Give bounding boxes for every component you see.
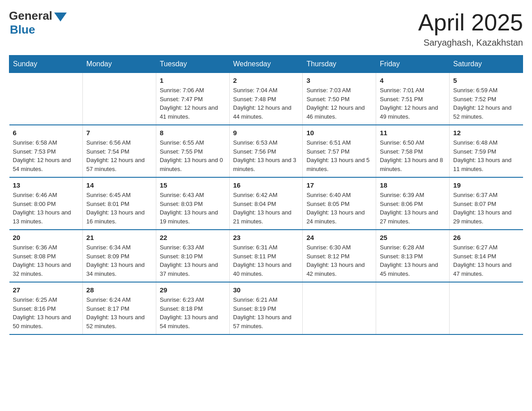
calendar-week-row: 1Sunrise: 7:06 AMSunset: 7:47 PMDaylight… xyxy=(9,73,523,125)
day-number: 1 xyxy=(160,77,226,84)
calendar-cell xyxy=(376,282,450,334)
calendar-cell xyxy=(303,282,376,334)
calendar-table: SundayMondayTuesdayWednesdayThursdayFrid… xyxy=(9,55,523,335)
day-info: Sunrise: 6:36 AMSunset: 8:08 PMDaylight:… xyxy=(13,243,79,278)
day-info: Sunrise: 6:24 AMSunset: 8:17 PMDaylight:… xyxy=(86,295,152,330)
day-info: Sunrise: 6:46 AMSunset: 8:00 PMDaylight:… xyxy=(13,191,79,226)
day-number: 10 xyxy=(306,129,372,137)
calendar-cell: 29Sunrise: 6:23 AMSunset: 8:18 PMDayligh… xyxy=(156,282,229,334)
calendar-cell: 17Sunrise: 6:40 AMSunset: 8:05 PMDayligh… xyxy=(303,177,376,230)
calendar-cell: 10Sunrise: 6:51 AMSunset: 7:57 PMDayligh… xyxy=(303,125,376,177)
day-number: 22 xyxy=(160,234,226,241)
calendar-cell: 24Sunrise: 6:30 AMSunset: 8:12 PMDayligh… xyxy=(303,230,376,282)
calendar-cell: 7Sunrise: 6:56 AMSunset: 7:54 PMDaylight… xyxy=(82,125,156,177)
day-number: 20 xyxy=(13,234,79,241)
calendar-cell: 21Sunrise: 6:34 AMSunset: 8:09 PMDayligh… xyxy=(82,230,156,282)
day-number: 4 xyxy=(380,77,446,84)
day-info: Sunrise: 6:40 AMSunset: 8:05 PMDaylight:… xyxy=(306,191,372,226)
calendar-cell: 11Sunrise: 6:50 AMSunset: 7:58 PMDayligh… xyxy=(376,125,450,177)
day-info: Sunrise: 6:58 AMSunset: 7:53 PMDaylight:… xyxy=(13,138,79,173)
day-number: 28 xyxy=(86,286,152,294)
day-number: 19 xyxy=(453,181,519,189)
day-number: 17 xyxy=(306,181,372,189)
day-number: 25 xyxy=(380,234,446,241)
day-number: 29 xyxy=(160,286,226,294)
day-number: 26 xyxy=(453,234,519,241)
weekday-header-wednesday: Wednesday xyxy=(229,56,303,73)
day-number: 6 xyxy=(13,129,79,137)
day-number: 13 xyxy=(13,181,79,189)
day-number: 7 xyxy=(86,129,152,137)
day-number: 30 xyxy=(233,286,299,294)
day-info: Sunrise: 7:03 AMSunset: 7:50 PMDaylight:… xyxy=(306,86,372,121)
calendar-cell: 4Sunrise: 7:01 AMSunset: 7:51 PMDaylight… xyxy=(376,73,450,125)
day-number: 11 xyxy=(380,129,446,137)
day-number: 24 xyxy=(306,234,372,241)
calendar-cell: 12Sunrise: 6:48 AMSunset: 7:59 PMDayligh… xyxy=(450,125,523,177)
calendar-cell: 18Sunrise: 6:39 AMSunset: 8:06 PMDayligh… xyxy=(376,177,450,230)
day-info: Sunrise: 6:37 AMSunset: 8:07 PMDaylight:… xyxy=(453,191,519,226)
calendar-cell: 27Sunrise: 6:25 AMSunset: 8:16 PMDayligh… xyxy=(9,282,83,334)
calendar-cell: 2Sunrise: 7:04 AMSunset: 7:48 PMDaylight… xyxy=(229,73,303,125)
day-info: Sunrise: 6:59 AMSunset: 7:52 PMDaylight:… xyxy=(453,86,519,121)
calendar-week-row: 20Sunrise: 6:36 AMSunset: 8:08 PMDayligh… xyxy=(9,230,523,282)
calendar-cell: 6Sunrise: 6:58 AMSunset: 7:53 PMDaylight… xyxy=(9,125,83,177)
location-text: Saryaghash, Kazakhstan xyxy=(418,38,523,48)
calendar-week-row: 6Sunrise: 6:58 AMSunset: 7:53 PMDaylight… xyxy=(9,125,523,177)
calendar-cell: 8Sunrise: 6:55 AMSunset: 7:55 PMDaylight… xyxy=(156,125,229,177)
day-info: Sunrise: 7:04 AMSunset: 7:48 PMDaylight:… xyxy=(233,86,299,121)
day-info: Sunrise: 7:01 AMSunset: 7:51 PMDaylight:… xyxy=(380,86,446,121)
calendar-cell: 14Sunrise: 6:45 AMSunset: 8:01 PMDayligh… xyxy=(82,177,156,230)
page-header: General Blue April 2025 Saryaghash, Kaza… xyxy=(9,9,523,48)
month-title: April 2025 xyxy=(418,9,523,36)
day-info: Sunrise: 6:34 AMSunset: 8:09 PMDaylight:… xyxy=(86,243,152,278)
day-number: 23 xyxy=(233,234,299,241)
weekday-header-monday: Monday xyxy=(82,56,156,73)
calendar-cell: 23Sunrise: 6:31 AMSunset: 8:11 PMDayligh… xyxy=(229,230,303,282)
logo-triangle-icon xyxy=(54,13,67,21)
calendar-cell: 26Sunrise: 6:27 AMSunset: 8:14 PMDayligh… xyxy=(450,230,523,282)
day-info: Sunrise: 6:39 AMSunset: 8:06 PMDaylight:… xyxy=(380,191,446,226)
day-info: Sunrise: 6:42 AMSunset: 8:04 PMDaylight:… xyxy=(233,191,299,226)
day-number: 3 xyxy=(306,77,372,84)
day-info: Sunrise: 6:43 AMSunset: 8:03 PMDaylight:… xyxy=(160,191,226,226)
calendar-cell: 1Sunrise: 7:06 AMSunset: 7:47 PMDaylight… xyxy=(156,73,229,125)
calendar-header-row: SundayMondayTuesdayWednesdayThursdayFrid… xyxy=(9,56,523,73)
day-info: Sunrise: 7:06 AMSunset: 7:47 PMDaylight:… xyxy=(160,86,226,121)
day-number: 16 xyxy=(233,181,299,189)
day-info: Sunrise: 6:31 AMSunset: 8:11 PMDaylight:… xyxy=(233,243,299,278)
day-info: Sunrise: 6:48 AMSunset: 7:59 PMDaylight:… xyxy=(453,138,519,173)
calendar-cell: 5Sunrise: 6:59 AMSunset: 7:52 PMDaylight… xyxy=(450,73,523,125)
calendar-cell: 28Sunrise: 6:24 AMSunset: 8:17 PMDayligh… xyxy=(82,282,156,334)
logo-general-text: General xyxy=(9,9,52,23)
calendar-cell xyxy=(450,282,523,334)
day-info: Sunrise: 6:45 AMSunset: 8:01 PMDaylight:… xyxy=(86,191,152,226)
day-info: Sunrise: 6:51 AMSunset: 7:57 PMDaylight:… xyxy=(306,138,372,173)
day-number: 15 xyxy=(160,181,226,189)
weekday-header-thursday: Thursday xyxy=(303,56,376,73)
day-info: Sunrise: 6:56 AMSunset: 7:54 PMDaylight:… xyxy=(86,138,152,173)
calendar-cell: 13Sunrise: 6:46 AMSunset: 8:00 PMDayligh… xyxy=(9,177,83,230)
calendar-week-row: 13Sunrise: 6:46 AMSunset: 8:00 PMDayligh… xyxy=(9,177,523,230)
calendar-cell: 20Sunrise: 6:36 AMSunset: 8:08 PMDayligh… xyxy=(9,230,83,282)
day-info: Sunrise: 6:27 AMSunset: 8:14 PMDaylight:… xyxy=(453,243,519,278)
calendar-cell xyxy=(9,73,83,125)
calendar-cell: 16Sunrise: 6:42 AMSunset: 8:04 PMDayligh… xyxy=(229,177,303,230)
day-number: 8 xyxy=(160,129,226,137)
logo-blue-text: Blue xyxy=(10,23,35,37)
day-info: Sunrise: 6:25 AMSunset: 8:16 PMDaylight:… xyxy=(13,295,79,330)
day-number: 12 xyxy=(453,129,519,137)
day-info: Sunrise: 6:50 AMSunset: 7:58 PMDaylight:… xyxy=(380,138,446,173)
day-info: Sunrise: 6:21 AMSunset: 8:19 PMDaylight:… xyxy=(233,295,299,330)
day-info: Sunrise: 6:33 AMSunset: 8:10 PMDaylight:… xyxy=(160,243,226,278)
day-info: Sunrise: 6:30 AMSunset: 8:12 PMDaylight:… xyxy=(306,243,372,278)
day-number: 5 xyxy=(453,77,519,84)
calendar-cell: 25Sunrise: 6:28 AMSunset: 8:13 PMDayligh… xyxy=(376,230,450,282)
day-number: 2 xyxy=(233,77,299,84)
day-info: Sunrise: 6:53 AMSunset: 7:56 PMDaylight:… xyxy=(233,138,299,173)
calendar-week-row: 27Sunrise: 6:25 AMSunset: 8:16 PMDayligh… xyxy=(9,282,523,334)
calendar-cell xyxy=(82,73,156,125)
calendar-cell: 22Sunrise: 6:33 AMSunset: 8:10 PMDayligh… xyxy=(156,230,229,282)
weekday-header-saturday: Saturday xyxy=(450,56,523,73)
day-number: 27 xyxy=(13,286,79,294)
